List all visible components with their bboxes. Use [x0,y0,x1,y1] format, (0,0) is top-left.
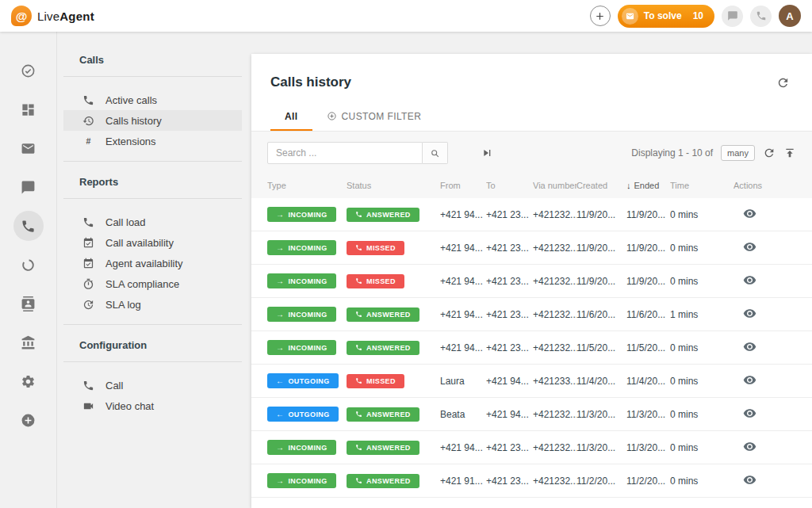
topbar: @ LiveAgent To solve 10 A [0,0,812,32]
progress-circle-icon [21,258,36,273]
column-header-type[interactable]: Type [267,181,347,190]
to-solve-button[interactable]: To solve 10 [618,5,714,28]
call-type-badge: →INCOMING [267,340,336,355]
refresh-icon[interactable] [776,76,790,90]
dashboard-icon [21,102,36,117]
sidebar-item-call-load[interactable]: Call load [63,212,242,232]
table-row[interactable]: →INCOMING MISSED +421 94... +421 23... +… [251,265,812,298]
column-header-ended[interactable]: ↓ Ended [626,181,670,190]
phone-icon [756,10,767,21]
liveagent-logo-icon: @ [11,6,32,26]
nav-mail[interactable] [13,133,44,163]
table-row[interactable]: →INCOMING ANSWERED +421 94... +421 23...… [251,431,812,464]
table-row[interactable]: ←OUTGOING ANSWERED Beata +421 94... +421… [251,398,812,431]
calendar-icon [82,237,94,249]
cell-created: 11/5/20... [576,342,626,353]
sidebar-item-sla-log[interactable]: SLA log [63,294,242,315]
nav-phone[interactable] [13,211,44,241]
sidebar-item-extensions[interactable]: #Extensions [63,131,242,151]
nav-bank[interactable] [13,327,44,357]
search-input[interactable] [267,142,423,164]
chat-icon [727,10,738,21]
sidebar-item-call[interactable]: Call [63,375,242,395]
sidebar-item-label: Call availability [105,237,174,249]
refresh-list-icon[interactable] [763,147,776,159]
phone-icon [82,380,94,392]
table-row[interactable]: →INCOMING MISSED +421 94... +421 23... +… [251,231,812,265]
video-icon [82,400,94,412]
view-call-icon[interactable] [743,440,756,453]
tab-all[interactable]: All [270,103,312,131]
toolbar-right: Displaying 1 - 10 of many [631,145,796,161]
view-call-icon[interactable] [743,273,756,287]
column-header-via[interactable]: Via number [533,181,576,190]
sidebar-item-agent-availability[interactable]: Agent availability [63,253,242,273]
icon-sidebar [0,32,57,508]
chat-button[interactable] [722,6,743,27]
cell-from: +421 94... [440,442,486,453]
phone-icon [355,277,362,285]
tab-custom-filter[interactable]: CUSTOM FILTER [312,103,436,131]
nav-check-circle[interactable] [13,55,44,86]
search-icon [430,148,440,159]
column-header-to[interactable]: To [486,181,533,190]
cell-time: 0 mins [670,276,733,287]
call-button[interactable] [750,6,772,27]
cell-to: +421 94... [486,376,533,387]
sidebar-item-label: Active calls [105,94,157,106]
nav-plus-circle[interactable] [13,405,44,435]
sidebar-item-call-availability[interactable]: Call availability [63,232,242,253]
column-header-created[interactable]: Created [576,181,626,190]
column-header-from[interactable]: From [440,181,486,190]
sidebar-item-sla-compliance[interactable]: SLA compliance [63,273,242,294]
sidebar-item-video-chat[interactable]: Video chat [63,395,242,416]
count-badge[interactable]: many [721,145,755,161]
call-status-badge: ANSWERED [347,441,419,455]
cell-via-number: +421232... [533,309,576,320]
view-call-icon[interactable] [743,407,756,420]
liveagent-logo-text: LiveAgent [37,10,94,23]
view-call-icon[interactable] [743,240,756,254]
column-header-actions[interactable]: Actions [733,181,796,190]
table-row[interactable]: →INCOMING ANSWERED +421 94... +421 23...… [251,331,812,365]
view-call-icon[interactable] [743,473,756,487]
nav-contacts[interactable] [13,288,44,319]
nav-progress-circle[interactable] [13,250,44,280]
card-header: Calls history [251,54,812,103]
sidebar-item-active-calls[interactable]: Active calls [63,90,242,110]
cell-to: +421 23... [486,342,533,353]
avatar[interactable]: A [779,5,801,27]
add-button[interactable] [590,6,611,26]
nav-gear[interactable] [13,366,44,396]
cell-ended: 11/3/20... [626,409,670,420]
arrow-right-icon: → [276,443,284,452]
phone-icon [355,411,362,418]
call-type-badge: →INCOMING [267,240,336,255]
upload-icon[interactable] [783,147,796,159]
cell-time: 0 mins [670,243,733,254]
sidebar-item-calls-history[interactable]: Calls history [63,110,242,131]
view-call-icon[interactable] [743,340,756,353]
cell-ended: 11/6/20... [626,309,670,320]
view-call-icon[interactable] [743,373,756,387]
view-call-icon[interactable] [743,307,756,320]
nav-chat[interactable] [13,172,44,202]
sidebar-section-reports: ReportsCall loadCall availabilityAgent a… [63,162,242,325]
cell-from: Laura [440,376,486,387]
table-row[interactable]: →INCOMING ANSWERED +421 94... +421 23...… [251,198,812,231]
column-header-time[interactable]: Time [670,181,733,190]
nav-dashboard[interactable] [13,94,44,124]
cell-time: 0 mins [670,209,733,220]
table-row[interactable]: ←OUTGOING MISSED Laura +421 94... +42123… [251,365,812,398]
search-button[interactable] [423,142,448,164]
view-call-icon[interactable] [743,207,756,220]
expand-filter-icon[interactable] [481,147,494,159]
hash-icon: # [82,136,94,147]
cell-via-number: +421232... [533,209,576,220]
table-row[interactable]: →INCOMING ANSWERED +421 94... +421 23...… [251,298,812,331]
table-row[interactable]: →INCOMING ANSWERED +421 91... +421 23...… [251,464,812,498]
call-type-badge: →INCOMING [267,307,336,322]
page-title: Calls history [270,74,793,90]
column-header-status[interactable]: Status [347,181,440,190]
sidebar-item-label: SLA log [105,299,141,311]
